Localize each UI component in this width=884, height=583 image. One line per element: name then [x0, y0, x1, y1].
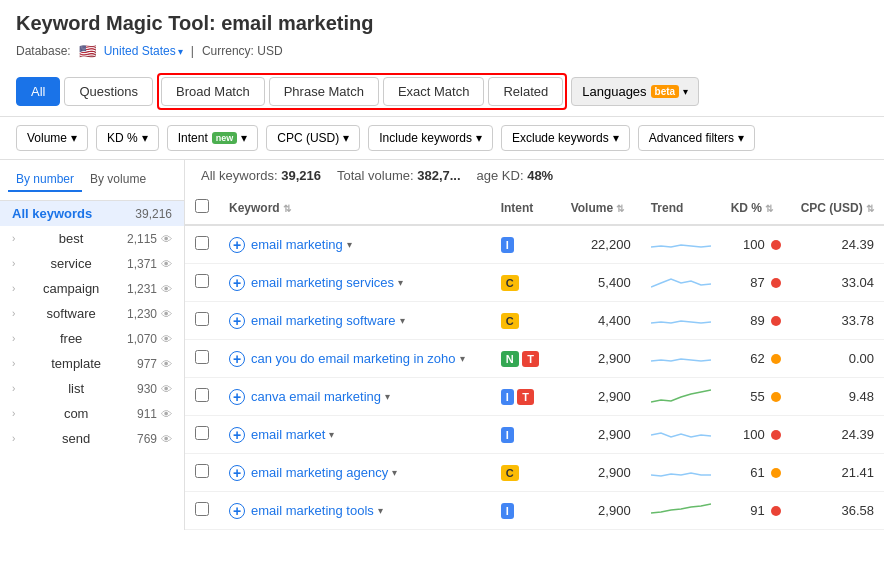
- eye-icon[interactable]: 👁: [161, 408, 172, 420]
- tab-phrase-match[interactable]: Phrase Match: [269, 77, 379, 106]
- add-keyword-icon[interactable]: +: [229, 389, 245, 405]
- keywords-table-container: Keyword ⇅ Intent Volume ⇅ Trend KD % ⇅ C…: [185, 191, 884, 530]
- intent-badge: I: [501, 389, 514, 405]
- tab-broad-match[interactable]: Broad Match: [161, 77, 265, 106]
- sidebar-item-All-keywords[interactable]: All keywords 39,216: [0, 201, 184, 226]
- tab-questions[interactable]: Questions: [64, 77, 153, 106]
- row-checkbox-cell: [185, 302, 219, 340]
- intent-cell: I: [491, 225, 561, 264]
- add-keyword-icon[interactable]: +: [229, 503, 245, 519]
- row-checkbox[interactable]: [195, 388, 209, 402]
- table-row: + can you do email marketing in zoho ▾ N…: [185, 340, 884, 378]
- sidebar-item-list[interactable]: › list 930👁: [0, 376, 184, 401]
- eye-icon[interactable]: 👁: [161, 233, 172, 245]
- keyword-col-header[interactable]: Keyword ⇅: [219, 191, 491, 225]
- page-title: Keyword Magic Tool: email marketing: [16, 12, 868, 35]
- volume-col-header[interactable]: Volume ⇅: [561, 191, 641, 225]
- intent-cell: N T: [491, 340, 561, 378]
- sidebar-item-best[interactable]: › best 2,115👁: [0, 226, 184, 251]
- dropdown-arrow-icon: ▾: [378, 505, 383, 516]
- add-keyword-icon[interactable]: +: [229, 351, 245, 367]
- table-header-row: Keyword ⇅ Intent Volume ⇅ Trend KD % ⇅ C…: [185, 191, 884, 225]
- eye-icon[interactable]: 👁: [161, 283, 172, 295]
- add-keyword-icon[interactable]: +: [229, 313, 245, 329]
- sidebar-item-free[interactable]: › free 1,070👁: [0, 326, 184, 351]
- trend-cell: [641, 378, 721, 416]
- sidebar-item-count: 39,216: [135, 207, 172, 221]
- add-keyword-icon[interactable]: +: [229, 237, 245, 253]
- keyword-link[interactable]: email market ▾: [251, 427, 334, 442]
- cpc-cell: 24.39: [791, 225, 884, 264]
- select-all-checkbox[interactable]: [195, 199, 209, 213]
- add-keyword-icon[interactable]: +: [229, 465, 245, 481]
- eye-icon[interactable]: 👁: [161, 433, 172, 445]
- kd-filter[interactable]: KD % ▾: [96, 125, 159, 151]
- include-keywords-filter[interactable]: Include keywords ▾: [368, 125, 493, 151]
- sidebar-tab-by-volume[interactable]: By volume: [82, 168, 154, 192]
- chevron-down-icon: ▾: [241, 131, 247, 145]
- sidebar-tab-by-number[interactable]: By number: [8, 168, 82, 192]
- kd-value: 89: [750, 313, 764, 328]
- add-keyword-icon[interactable]: +: [229, 427, 245, 443]
- sidebar-item-campaign[interactable]: › campaign 1,231👁: [0, 276, 184, 301]
- trend-cell: [641, 302, 721, 340]
- keyword-link[interactable]: can you do email marketing in zoho ▾: [251, 351, 465, 366]
- database-label: Database:: [16, 44, 71, 58]
- keyword-link[interactable]: canva email marketing ▾: [251, 389, 390, 404]
- row-checkbox[interactable]: [195, 464, 209, 478]
- cpc-filter[interactable]: CPC (USD) ▾: [266, 125, 360, 151]
- volume-cell: 22,200: [561, 225, 641, 264]
- intent-cell: I: [491, 492, 561, 530]
- keyword-cell: + email marketing agency ▾: [219, 454, 491, 492]
- keyword-link[interactable]: email marketing ▾: [251, 237, 352, 252]
- add-keyword-icon[interactable]: +: [229, 275, 245, 291]
- content-area: By number By volume All keywords 39,216 …: [0, 160, 884, 530]
- trend-cell: [641, 225, 721, 264]
- volume-filter[interactable]: Volume ▾: [16, 125, 88, 151]
- eye-icon[interactable]: 👁: [161, 308, 172, 320]
- sidebar-item-template[interactable]: › template 977👁: [0, 351, 184, 376]
- intent-badge: C: [501, 465, 519, 481]
- exclude-keywords-filter[interactable]: Exclude keywords ▾: [501, 125, 630, 151]
- eye-icon[interactable]: 👁: [161, 383, 172, 395]
- eye-icon[interactable]: 👁: [161, 358, 172, 370]
- tab-exact-match[interactable]: Exact Match: [383, 77, 485, 106]
- sidebar-item-service[interactable]: › service 1,371👁: [0, 251, 184, 276]
- sidebar-item-software[interactable]: › software 1,230👁: [0, 301, 184, 326]
- intent-badge: T: [517, 389, 534, 405]
- chevron-down-icon: ▾: [476, 131, 482, 145]
- sidebar-item-label: best: [59, 231, 84, 246]
- keyword-link[interactable]: email marketing tools ▾: [251, 503, 383, 518]
- keyword-text: email marketing tools: [251, 503, 374, 518]
- keyword-link[interactable]: email marketing agency ▾: [251, 465, 397, 480]
- cpc-col-header[interactable]: CPC (USD) ⇅: [791, 191, 884, 225]
- keyword-link[interactable]: email marketing software ▾: [251, 313, 405, 328]
- eye-icon[interactable]: 👁: [161, 333, 172, 345]
- row-checkbox[interactable]: [195, 426, 209, 440]
- row-checkbox[interactable]: [195, 350, 209, 364]
- kd-cell: 62: [721, 340, 791, 378]
- intent-filter[interactable]: Intent new ▾: [167, 125, 259, 151]
- country-link[interactable]: United States ▾: [104, 44, 183, 58]
- table-row: + email market ▾ I 2,900 100 24.39: [185, 416, 884, 454]
- tab-languages[interactable]: Languages beta ▾: [571, 77, 699, 106]
- row-checkbox-cell: [185, 340, 219, 378]
- chevron-right-icon: ›: [12, 308, 15, 319]
- dropdown-arrow-icon: ▾: [385, 391, 390, 402]
- sidebar-item-send[interactable]: › send 769👁: [0, 426, 184, 451]
- eye-icon[interactable]: 👁: [161, 258, 172, 270]
- keyword-link[interactable]: email marketing services ▾: [251, 275, 403, 290]
- keyword-text: email marketing: [251, 237, 343, 252]
- row-checkbox[interactable]: [195, 312, 209, 326]
- row-checkbox[interactable]: [195, 502, 209, 516]
- sidebar-item-com[interactable]: › com 911👁: [0, 401, 184, 426]
- advanced-filters[interactable]: Advanced filters ▾: [638, 125, 755, 151]
- tab-all[interactable]: All: [16, 77, 60, 106]
- sidebar-item-count: 911👁: [137, 407, 172, 421]
- tab-related[interactable]: Related: [488, 77, 563, 106]
- trend-cell: [641, 492, 721, 530]
- sort-icon: ⇅: [765, 203, 773, 214]
- row-checkbox[interactable]: [195, 274, 209, 288]
- kd-col-header[interactable]: KD % ⇅: [721, 191, 791, 225]
- row-checkbox[interactable]: [195, 236, 209, 250]
